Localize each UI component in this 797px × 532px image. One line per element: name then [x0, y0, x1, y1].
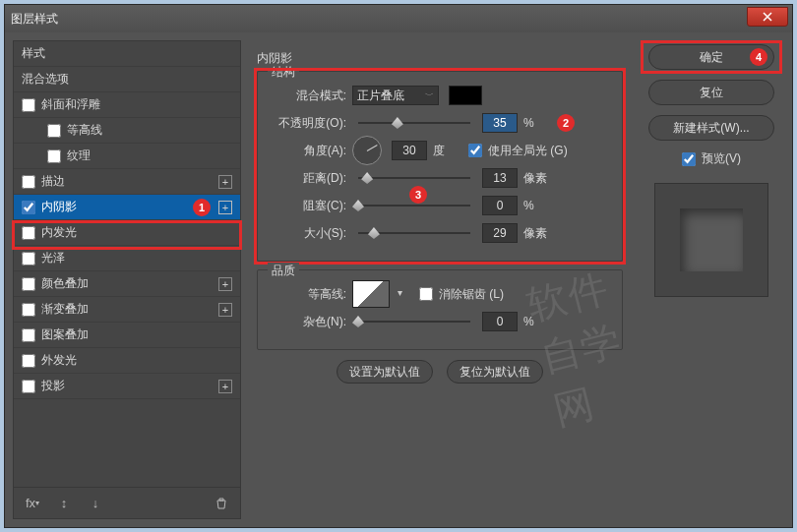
- inner-shadow-checkbox[interactable]: [22, 201, 35, 214]
- contour-row: 等高线: 消除锯齿 (L): [272, 280, 608, 308]
- blend-options[interactable]: 混合选项: [14, 67, 240, 92]
- style-contour-sub[interactable]: 等高线: [14, 118, 240, 144]
- titlebar: 图层样式: [5, 5, 792, 32]
- layer-style-dialog: 图层样式 样式 混合选项 斜面和浮雕 等高线 纹理 描边+ 内阴影 + 1 内发…: [4, 4, 793, 528]
- close-button[interactable]: [747, 7, 788, 27]
- stroke-add-icon[interactable]: +: [218, 175, 232, 189]
- blend-mode-row: 混合模式: 正片叠底﹀: [272, 82, 608, 109]
- size-row: 大小(S): 像素: [272, 219, 608, 247]
- styles-footer: fx▾ ↕ ↓: [14, 487, 240, 518]
- size-slider[interactable]: [358, 232, 470, 234]
- trash-icon[interactable]: [213, 495, 230, 512]
- preview-checkbox[interactable]: [682, 152, 696, 166]
- style-satin[interactable]: 光泽: [14, 246, 240, 271]
- angle-dial[interactable]: [352, 136, 382, 165]
- close-icon: [763, 12, 772, 22]
- badge-2: 2: [557, 114, 575, 132]
- cancel-button[interactable]: 复位: [648, 80, 774, 105]
- window-title: 图层样式: [11, 11, 58, 28]
- color-overlay-add-icon[interactable]: +: [218, 277, 232, 291]
- size-input[interactable]: [482, 223, 518, 243]
- reset-default-button[interactable]: 复位为默认值: [447, 360, 543, 384]
- move-up-icon[interactable]: ↕: [55, 495, 73, 512]
- badge-1: 1: [193, 199, 211, 216]
- style-pattern-overlay[interactable]: 图案叠加: [14, 323, 240, 348]
- style-color-overlay[interactable]: 颜色叠加+: [14, 271, 240, 297]
- opacity-row: 不透明度(O): % 2: [272, 109, 608, 137]
- new-style-button[interactable]: 新建样式(W)...: [648, 115, 774, 141]
- quality-group: 品质 等高线: 消除锯齿 (L) 杂色(N): %: [257, 269, 623, 350]
- global-light-checkbox[interactable]: [468, 144, 482, 157]
- shadow-color-swatch[interactable]: [449, 86, 482, 105]
- gradient-overlay-checkbox[interactable]: [22, 303, 35, 317]
- angle-input[interactable]: [392, 141, 427, 160]
- preview-toggle-row: 预览(V): [682, 150, 741, 167]
- drop-shadow-add-icon[interactable]: +: [218, 380, 232, 393]
- fx-icon[interactable]: fx▾: [24, 495, 41, 512]
- outer-glow-checkbox[interactable]: [22, 354, 35, 368]
- settings-panel: 内阴影 结构 混合模式: 正片叠底﹀ 不透明度(O): % 2: [245, 40, 635, 519]
- distance-slider[interactable]: [358, 177, 470, 179]
- badge-4: 4: [750, 48, 767, 66]
- choke-input[interactable]: [482, 196, 518, 215]
- satin-checkbox[interactable]: [22, 252, 35, 266]
- stroke-checkbox[interactable]: [22, 175, 35, 189]
- make-default-button[interactable]: 设置为默认值: [337, 360, 433, 384]
- quality-legend: 品质: [268, 263, 299, 279]
- panel-title: 内阴影: [257, 40, 623, 71]
- chevron-down-icon: ﹀: [425, 89, 434, 102]
- pattern-overlay-checkbox[interactable]: [22, 328, 35, 342]
- inner-shadow-add-icon[interactable]: +: [218, 201, 232, 214]
- color-overlay-checkbox[interactable]: [22, 277, 35, 291]
- drop-shadow-checkbox[interactable]: [22, 380, 35, 393]
- choke-row: 阻塞(C): 3 %: [272, 192, 608, 219]
- style-inner-shadow[interactable]: 内阴影 + 1: [14, 195, 240, 220]
- contour-sub-checkbox[interactable]: [47, 124, 61, 138]
- gradient-overlay-add-icon[interactable]: +: [218, 303, 232, 317]
- style-drop-shadow[interactable]: 投影+: [14, 374, 240, 399]
- blend-mode-select[interactable]: 正片叠底﹀: [352, 86, 439, 105]
- distance-input[interactable]: [482, 168, 518, 188]
- style-bevel[interactable]: 斜面和浮雕: [14, 92, 240, 118]
- noise-row: 杂色(N): %: [272, 308, 608, 335]
- antialias-checkbox[interactable]: [419, 287, 433, 301]
- distance-row: 距离(D): 像素: [272, 164, 608, 192]
- noise-input[interactable]: [482, 312, 518, 331]
- opacity-input[interactable]: [482, 113, 518, 133]
- preview-swatch: [680, 208, 743, 271]
- texture-sub-checkbox[interactable]: [47, 149, 61, 163]
- bevel-checkbox[interactable]: [22, 98, 35, 112]
- style-stroke[interactable]: 描边+: [14, 169, 240, 195]
- choke-slider[interactable]: [358, 205, 470, 207]
- styles-header[interactable]: 样式: [14, 41, 240, 67]
- styles-panel: 样式 混合选项 斜面和浮雕 等高线 纹理 描边+ 内阴影 + 1 内发光 光泽 …: [13, 40, 241, 519]
- angle-row: 角度(A): 度 使用全局光 (G): [272, 137, 608, 164]
- style-gradient-overlay[interactable]: 渐变叠加+: [14, 297, 240, 323]
- opacity-slider[interactable]: [358, 122, 470, 124]
- ok-button[interactable]: 确定 4: [648, 44, 774, 70]
- preview-box: [654, 183, 768, 297]
- move-down-icon[interactable]: ↓: [87, 495, 104, 512]
- dialog-body: 样式 混合选项 斜面和浮雕 等高线 纹理 描边+ 内阴影 + 1 内发光 光泽 …: [5, 32, 792, 527]
- contour-picker[interactable]: [352, 280, 390, 308]
- side-panel: 确定 4 复位 新建样式(W)... 预览(V): [639, 40, 784, 519]
- inner-glow-checkbox[interactable]: [22, 226, 35, 240]
- style-texture-sub[interactable]: 纹理: [14, 144, 240, 169]
- default-buttons-row: 设置为默认值 复位为默认值: [257, 360, 623, 384]
- structure-legend: 结构: [268, 64, 299, 81]
- noise-slider[interactable]: [358, 321, 470, 323]
- structure-group: 结构 混合模式: 正片叠底﹀ 不透明度(O): % 2: [257, 71, 623, 262]
- badge-3: 3: [409, 186, 427, 204]
- style-inner-glow[interactable]: 内发光: [14, 220, 240, 246]
- style-outer-glow[interactable]: 外发光: [14, 348, 240, 374]
